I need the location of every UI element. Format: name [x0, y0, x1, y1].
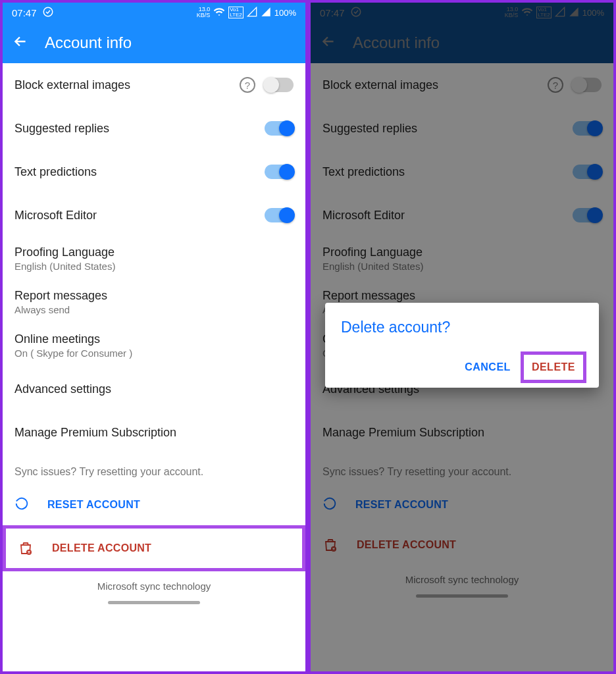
- back-icon[interactable]: [12, 33, 29, 53]
- highlight-delete-account: DELETE ACCOUNT: [3, 525, 305, 571]
- row-microsoft-editor[interactable]: Microsoft Editor: [14, 194, 294, 237]
- row-suggested-replies[interactable]: Suggested replies: [14, 107, 294, 150]
- app-bar: Account info: [3, 22, 305, 63]
- row-online-meetings[interactable]: Online meetings On ( Skype for Consumer …: [14, 324, 294, 367]
- row-proofing-language[interactable]: Proofing Language English (United States…: [14, 237, 294, 280]
- page-title: Account info: [45, 34, 132, 52]
- dialog-delete-button[interactable]: DELETE: [524, 355, 583, 380]
- delete-account-button[interactable]: DELETE ACCOUNT: [18, 529, 290, 568]
- dialog-cancel-button[interactable]: CANCEL: [457, 355, 519, 380]
- row-text-predictions[interactable]: Text predictions: [14, 150, 294, 194]
- phone-screen-right: 07:47 13.0KB/S Vo1LTE2 100% Account info: [308, 0, 616, 674]
- phone-screen-left: 07:47 13.0KB/S Vo1LTE2 100% Account info: [0, 0, 308, 674]
- footer-text: Microsoft sync technology: [14, 571, 294, 597]
- status-battery: 100%: [274, 8, 296, 18]
- toggle-microsoft-editor[interactable]: [265, 208, 294, 222]
- delete-confirm-dialog: Delete account? CANCEL DELETE: [325, 303, 599, 388]
- volte-icon: Vo1LTE2: [228, 7, 244, 18]
- reset-account-button[interactable]: RESET ACCOUNT: [14, 484, 294, 525]
- nav-handle[interactable]: [108, 601, 200, 604]
- status-bar: 07:47 13.0KB/S Vo1LTE2 100%: [3, 3, 305, 22]
- toggle-block-images[interactable]: [265, 78, 294, 92]
- row-manage-premium[interactable]: Manage Premium Subscription: [14, 411, 294, 454]
- dialog-title: Delete account?: [341, 319, 583, 336]
- row-report-messages[interactable]: Report messages Always send: [14, 280, 294, 324]
- sync-hint: Sync issues? Try resetting your account.: [14, 454, 294, 484]
- toggle-text-predictions[interactable]: [265, 165, 294, 179]
- checkmark-icon: [42, 6, 54, 20]
- wifi-icon: [213, 6, 225, 20]
- status-time: 07:47: [12, 7, 37, 18]
- row-advanced-settings[interactable]: Advanced settings: [14, 367, 294, 411]
- row-block-external-images[interactable]: Block external images ?: [14, 63, 294, 107]
- signal-icon-2: [261, 7, 271, 19]
- signal-icon-1: [247, 7, 257, 19]
- reset-icon: [14, 496, 29, 513]
- status-kbs: 13.0KB/S: [197, 7, 211, 18]
- svg-point-0: [43, 7, 53, 16]
- help-icon[interactable]: ?: [240, 77, 255, 93]
- toggle-suggested-replies[interactable]: [265, 121, 294, 136]
- trash-icon: [18, 540, 34, 556]
